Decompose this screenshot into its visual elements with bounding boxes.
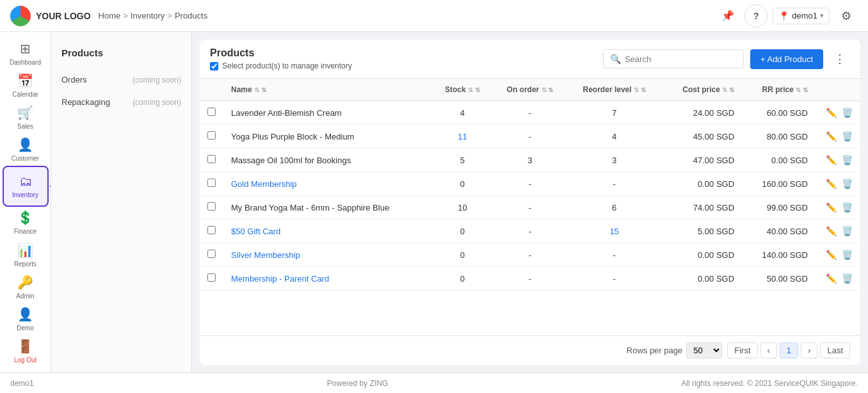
sidebar-label-inventory: Inventory xyxy=(12,191,38,198)
admin-icon: 🔑 xyxy=(17,275,33,290)
delete-icon-0[interactable]: 🗑️ xyxy=(842,108,853,118)
calendar-icon: 📅 xyxy=(17,73,33,88)
row-checkbox-4[interactable] xyxy=(207,202,216,211)
edit-icon-3[interactable]: ✏️ xyxy=(826,179,837,189)
products-table-container: Name ⇅ Stock ⇅ On order ⇅ Reorder level … xyxy=(200,79,860,335)
sidebar-label-reports: Reports xyxy=(14,261,36,268)
settings-button[interactable]: ⚙ xyxy=(835,4,858,28)
col-actions xyxy=(816,79,860,101)
edit-icon-6[interactable]: ✏️ xyxy=(826,250,837,260)
delete-icon-1[interactable]: 🗑️ xyxy=(842,131,853,141)
breadcrumb-home[interactable]: Home xyxy=(99,11,121,20)
sidebar-item-customer[interactable]: 👤 Customer xyxy=(3,134,49,166)
sidebar-item-reports[interactable]: 📊 Reports xyxy=(3,239,49,271)
select-all-checkbox[interactable] xyxy=(210,62,218,70)
row-reorder-2: 3 xyxy=(567,148,661,172)
add-product-button[interactable]: + Add Product xyxy=(750,49,823,69)
row-checkbox-0[interactable] xyxy=(207,108,216,116)
row-stock-1[interactable]: 11 xyxy=(432,125,493,148)
delete-icon-7[interactable]: 🗑️ xyxy=(842,273,853,284)
col-reorder-level[interactable]: Reorder level ⇅ xyxy=(567,79,661,101)
table-row: Gold Membership 0 - - 0.00 SGD 160.00 SG… xyxy=(200,172,860,196)
row-cost-price-2: 47.00 SGD xyxy=(661,148,742,172)
sub-sidebar-item-orders[interactable]: Orders (coming soon) xyxy=(51,68,191,91)
row-name-3[interactable]: Gold Membership xyxy=(223,172,432,196)
sidebar-item-dashboard[interactable]: ⊞ Dashboard xyxy=(3,37,49,69)
footer-right: All rights reserved. © 2021 ServiceQUIK … xyxy=(681,379,858,388)
breadcrumb-current: Products xyxy=(175,11,207,20)
more-options-button[interactable]: ⋮ xyxy=(830,49,850,69)
sidebar-item-sales[interactable]: 🛒 Sales xyxy=(3,101,49,133)
row-stock-5: 0 xyxy=(432,220,493,243)
row-rr-price-5: 40.00 SGD xyxy=(742,220,816,243)
row-cost-price-5: 5.00 SGD xyxy=(661,220,742,243)
content: Products Select product(s) to manage inv… xyxy=(192,32,868,373)
row-on-order-2: 3 xyxy=(493,148,567,172)
table-row: Massage Oil 100ml for Bookings 5 3 3 47.… xyxy=(200,148,860,172)
row-cost-price-4: 74.00 SGD xyxy=(661,196,742,220)
delete-icon-3[interactable]: 🗑️ xyxy=(842,179,853,189)
row-checkbox-6[interactable] xyxy=(207,250,216,258)
row-checkbox-2[interactable] xyxy=(207,155,216,163)
row-checkbox-3[interactable] xyxy=(207,179,216,187)
delete-icon-4[interactable]: 🗑️ xyxy=(842,202,853,213)
repackaging-badge: (coming soon) xyxy=(133,98,181,107)
sidebar-label-finance: Finance xyxy=(14,228,37,235)
sidebar-item-demo[interactable]: 👤 Demo xyxy=(3,303,49,335)
first-page-button[interactable]: First xyxy=(727,342,757,358)
edit-icon-7[interactable]: ✏️ xyxy=(826,273,837,284)
last-page-button[interactable]: Last xyxy=(820,342,850,358)
row-stock-0: 4 xyxy=(432,101,493,125)
sidebar-item-finance[interactable]: 💲 Finance xyxy=(3,207,49,239)
rows-per-page-select[interactable]: 50 25 100 xyxy=(686,342,722,358)
row-name-5[interactable]: $50 Gift Card xyxy=(223,220,432,243)
sidebar-item-calendar[interactable]: 📅 Calendar xyxy=(3,69,49,101)
products-panel: Products Select product(s) to manage inv… xyxy=(200,40,860,365)
col-name[interactable]: Name ⇅ xyxy=(223,79,432,101)
sidebar-item-inventory[interactable]: 🗂 Inventory xyxy=(3,166,49,207)
row-reorder-4: 6 xyxy=(567,196,661,220)
edit-icon-1[interactable]: ✏️ xyxy=(826,131,837,141)
breadcrumb-inventory[interactable]: Inventory xyxy=(131,11,165,20)
edit-icon-0[interactable]: ✏️ xyxy=(826,108,837,118)
row-checkbox-1[interactable] xyxy=(207,131,216,140)
row-name-1: Yoga Plus Purple Block - Medium xyxy=(223,125,432,148)
row-reorder-1: 4 xyxy=(567,125,661,148)
pin-button[interactable]: 📌 xyxy=(716,4,739,28)
add-product-label: + Add Product xyxy=(760,54,813,64)
edit-icon-2[interactable]: ✏️ xyxy=(826,155,837,165)
next-page-button[interactable]: › xyxy=(801,342,817,358)
sub-sidebar-item-repackaging[interactable]: Repackaging (coming soon) xyxy=(51,91,191,113)
col-rr-price[interactable]: RR price ⇅ xyxy=(742,79,816,101)
row-rr-price-6: 140.00 SGD xyxy=(742,243,816,267)
row-on-order-0: - xyxy=(493,101,567,125)
row-checkbox-7[interactable] xyxy=(207,273,216,282)
sidebar-label-demo: Demo xyxy=(17,325,34,332)
row-name-6[interactable]: Silver Membership xyxy=(223,243,432,267)
sidebar-item-admin[interactable]: 🔑 Admin xyxy=(3,271,49,303)
search-input[interactable] xyxy=(625,54,737,64)
current-page-button[interactable]: 1 xyxy=(780,342,798,358)
products-header: Products Select product(s) to manage inv… xyxy=(200,40,860,79)
col-cost-price[interactable]: Cost price ⇅ xyxy=(661,79,742,101)
footer: demo1 Powered by ZING All rights reserve… xyxy=(0,373,868,393)
table-row: $50 Gift Card 0 - 15 5.00 SGD 40.00 SGD … xyxy=(200,220,860,243)
prev-page-button[interactable]: ‹ xyxy=(760,342,777,358)
row-reorder-0: 7 xyxy=(567,101,661,125)
delete-icon-5[interactable]: 🗑️ xyxy=(842,226,853,236)
edit-icon-4[interactable]: ✏️ xyxy=(826,202,837,213)
row-name-7[interactable]: Membership - Parent Card xyxy=(223,267,432,291)
sidebar-item-logout[interactable]: 🚪 Log Out xyxy=(3,335,49,367)
top-nav: YOUR LOGO Home > Inventory > Products 📌 … xyxy=(0,0,868,32)
user-selector[interactable]: 📍 demo1 ▾ xyxy=(773,8,830,24)
row-reorder-5[interactable]: 15 xyxy=(567,220,661,243)
delete-icon-6[interactable]: 🗑️ xyxy=(842,250,853,260)
sidebar-label-logout: Log Out xyxy=(14,357,37,364)
edit-icon-5[interactable]: ✏️ xyxy=(826,226,837,236)
col-on-order[interactable]: On order ⇅ xyxy=(493,79,567,101)
delete-icon-2[interactable]: 🗑️ xyxy=(842,155,853,165)
col-stock[interactable]: Stock ⇅ xyxy=(432,79,493,101)
help-button[interactable]: ? xyxy=(744,4,768,28)
row-checkbox-5[interactable] xyxy=(207,226,216,234)
pagination-bar: Rows per page 50 25 100 First ‹ 1 › Last xyxy=(200,335,860,365)
